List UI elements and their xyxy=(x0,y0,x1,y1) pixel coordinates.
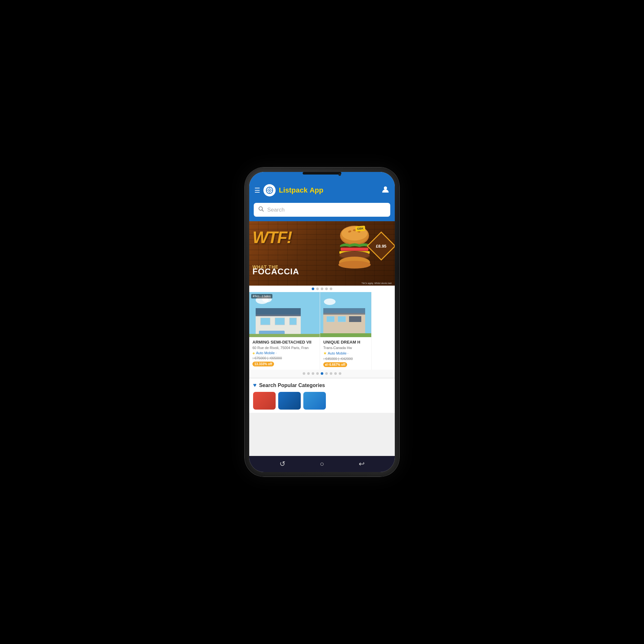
categories-grid xyxy=(253,392,391,410)
svg-line-9 xyxy=(262,210,264,212)
listing-card-2[interactable]: UNIQUE DREAM H Trans-Canada Hw ★ Auto Mo… xyxy=(320,292,372,370)
app-logo xyxy=(263,184,276,196)
home-button[interactable]: ○ xyxy=(320,460,324,468)
banner-dot-3[interactable] xyxy=(321,288,323,290)
category-item-2[interactable] xyxy=(278,392,301,410)
listing-info-1: ARMING SEMI-DETACHED VII 60 Rue de Rivol… xyxy=(249,337,320,369)
banner-dot-1[interactable] xyxy=(312,288,314,290)
phone-device: ☰ Listpack App xyxy=(245,167,399,477)
svg-point-21 xyxy=(338,261,371,269)
banner-dot-2[interactable] xyxy=(316,288,319,290)
listing-title-1: ARMING SEMI-DETACHED VII xyxy=(252,340,317,345)
listing-dot-4[interactable] xyxy=(316,372,319,375)
menu-icon[interactable]: ☰ xyxy=(254,186,260,194)
listing-original-price-1: : €75000 | :€65000 xyxy=(252,356,317,360)
listing-dot-9[interactable] xyxy=(339,372,341,375)
discount-badge-1: 13.333% off xyxy=(252,362,274,366)
listing-dot-1[interactable] xyxy=(303,372,305,375)
banner-ad[interactable]: WTF! What The Focaccia xyxy=(249,221,395,286)
listing-seller-2: ★ Auto Mobile · xyxy=(323,351,368,355)
discount-badge-2: 🏷 6.667% off xyxy=(323,362,347,367)
search-placeholder: Search xyxy=(267,207,285,213)
listing-seller-1: ◈ Auto Mobile · xyxy=(252,351,317,355)
recents-button[interactable]: ↩ xyxy=(359,460,365,468)
app-header: ☰ Listpack App xyxy=(249,181,395,200)
svg-point-2 xyxy=(269,190,270,191)
heart-icon: ♥ xyxy=(253,382,257,389)
logo-svg xyxy=(266,187,273,194)
listing-original-price-2: : €45000 | :€42000 xyxy=(323,357,368,361)
phone-screen: ☰ Listpack App xyxy=(249,172,395,472)
house-svg-2 xyxy=(320,292,371,337)
listing-label-1: ₽/km · 2 bdrm xyxy=(251,294,272,298)
svg-rect-37 xyxy=(349,316,361,322)
listing-info-2: UNIQUE DREAM H Trans-Canada Hw ★ Auto Mo… xyxy=(320,337,371,370)
banner-dot-5[interactable] xyxy=(330,288,332,290)
svg-rect-38 xyxy=(323,308,365,315)
categories-section: ♥ Search Popular Categories xyxy=(249,379,395,413)
banner-dot-4[interactable] xyxy=(325,288,328,290)
listing-address-1: 60 Rue de Rivoli, 75004 Paris, Fran xyxy=(252,346,317,350)
listing-card-1[interactable]: ₽/km · 2 bdrm ARMING SEMI-DETACHED VII 6… xyxy=(249,292,320,370)
app-title: Listpack App xyxy=(279,186,323,194)
house-svg-1 xyxy=(249,292,320,337)
categories-title: Search Popular Categories xyxy=(259,383,325,388)
scroll-content[interactable]: WTF! What The Focaccia xyxy=(249,221,395,456)
gbk-tag: GBK xyxy=(355,226,365,232)
banner-pagination-dots xyxy=(249,286,395,292)
listing-pagination-dots xyxy=(249,370,395,377)
listings-scroll[interactable]: ₽/km · 2 bdrm ARMING SEMI-DETACHED VII 6… xyxy=(249,292,395,370)
bottom-nav: ↺ ○ ↩ xyxy=(249,456,395,472)
search-icon xyxy=(258,206,264,213)
listing-image-1: ₽/km · 2 bdrm xyxy=(249,292,320,337)
listing-dot-7[interactable] xyxy=(330,372,332,375)
listings-section: ₽/km · 2 bdrm ARMING SEMI-DETACHED VII 6… xyxy=(249,292,395,377)
banner-subtitle2: Focaccia xyxy=(252,267,299,277)
svg-rect-16 xyxy=(341,248,368,251)
svg-rect-39 xyxy=(320,333,371,337)
listing-dot-6[interactable] xyxy=(325,372,328,375)
listing-title-2: UNIQUE DREAM H xyxy=(323,340,368,345)
svg-point-33 xyxy=(324,298,336,305)
banner-disclaimer: T&Cs apply. Whilst stocks last. xyxy=(362,282,392,284)
search-bar[interactable]: Search xyxy=(254,203,390,217)
svg-rect-28 xyxy=(289,318,297,325)
category-item-3[interactable] xyxy=(303,392,326,410)
header-left: ☰ Listpack App xyxy=(254,184,323,196)
categories-header: ♥ Search Popular Categories xyxy=(253,382,391,389)
svg-rect-29 xyxy=(256,308,301,316)
listing-image-2 xyxy=(320,292,371,337)
svg-rect-31 xyxy=(249,334,320,337)
listing-dot-2[interactable] xyxy=(307,372,310,375)
status-bar xyxy=(249,172,395,181)
seller-diamond-icon: ◈ xyxy=(252,351,255,355)
user-profile-icon[interactable] xyxy=(381,185,390,195)
burger-svg xyxy=(334,224,375,276)
search-bar-container: Search xyxy=(249,200,395,221)
svg-point-7 xyxy=(384,186,387,190)
listing-dot-5[interactable] xyxy=(321,372,323,375)
svg-rect-35 xyxy=(327,316,335,322)
category-item-1[interactable] xyxy=(253,392,276,410)
listing-address-2: Trans-Canada Hw xyxy=(323,346,368,350)
svg-rect-26 xyxy=(260,318,270,325)
seller-star-icon: ★ xyxy=(323,351,327,355)
svg-rect-36 xyxy=(338,316,346,322)
listing-dot-3[interactable] xyxy=(312,372,314,375)
back-button[interactable]: ↺ xyxy=(279,460,285,468)
banner-headline: WTF! xyxy=(252,228,292,247)
listing-dot-8[interactable] xyxy=(334,372,337,375)
svg-rect-27 xyxy=(275,318,285,325)
